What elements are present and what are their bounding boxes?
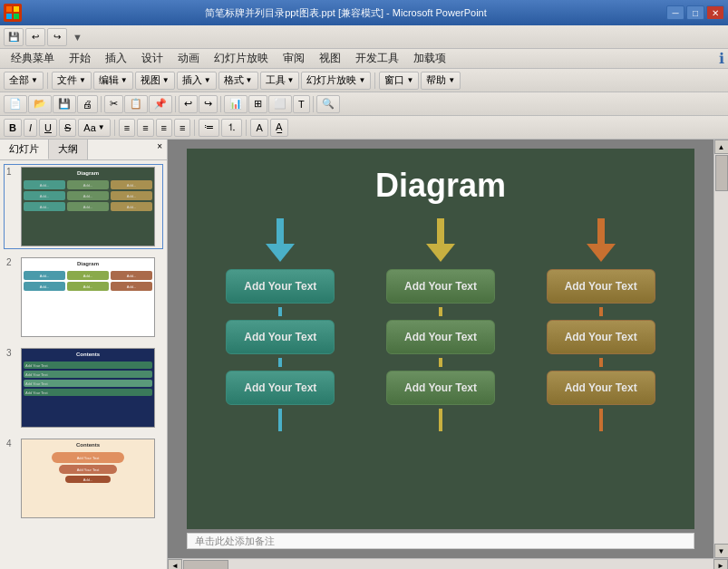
all-dropdown[interactable]: 全部 ▼	[4, 72, 44, 90]
slide-thumb-2[interactable]: 2 Diagram Add... Add... Add... Add... Ad…	[4, 255, 163, 340]
slideshow-dropdown[interactable]: 幻灯片放映 ▼	[301, 72, 371, 90]
connector-orange-1	[599, 307, 603, 316]
slides-panel: 幻灯片 大纲 × 1 Diagram Add... Add... Add... …	[0, 140, 168, 569]
connector-orange-2	[599, 358, 603, 367]
maximize-button[interactable]: □	[686, 5, 704, 20]
box-3-1[interactable]: Add Your Text	[547, 269, 655, 304]
app-icon	[4, 4, 22, 22]
italic-button[interactable]: I	[24, 119, 37, 137]
chart-button[interactable]: 📊	[224, 95, 248, 113]
box-1-2[interactable]: Add Your Text	[226, 320, 335, 354]
slide-num-4: 4	[6, 439, 17, 518]
menu-insert[interactable]: 插入	[98, 49, 134, 68]
scroll-up-button[interactable]: ▲	[714, 140, 729, 154]
tab-outline[interactable]: 大纲	[49, 140, 88, 159]
title-bar: 简笔标牌并列目录ppt图表.ppt [兼容模式] - Microsoft Pow…	[0, 0, 728, 25]
redo-qat-button[interactable]: ↪	[47, 28, 67, 46]
copy-button[interactable]: 📋	[124, 95, 148, 113]
menu-view[interactable]: 视图	[312, 49, 348, 68]
canvas-area: Diagram Add Your Text	[168, 140, 713, 558]
horizontal-scrollbar[interactable]: ◄ ►	[168, 558, 728, 569]
format-dropdown[interactable]: 格式 ▼	[218, 72, 258, 90]
align-justify-button[interactable]: ≡	[174, 119, 190, 137]
help-dropdown[interactable]: 帮助 ▼	[421, 72, 461, 90]
font-size-dropdown[interactable]: Aa ▼	[78, 119, 110, 137]
undo-button[interactable]: ↩	[179, 95, 198, 113]
underline-button[interactable]: U	[39, 119, 57, 137]
scroll-track[interactable]	[714, 154, 729, 544]
connector-blue-3	[278, 409, 282, 431]
formatting-toolbar: B I U S Aa ▼ ≡ ≡ ≡ ≡ ≔ ⒈ A A̲	[0, 116, 728, 140]
undo-qat-button[interactable]: ↩	[25, 28, 45, 46]
align-right-button[interactable]: ≡	[156, 119, 172, 137]
menu-review[interactable]: 审阅	[276, 49, 312, 68]
shapes-button[interactable]: ⬜	[268, 95, 292, 113]
window-controls[interactable]: ─ □ ✕	[666, 5, 724, 20]
box-1-1[interactable]: Add Your Text	[226, 269, 335, 304]
connector-yellow-3	[439, 409, 442, 431]
panel-close-button[interactable]: ×	[152, 140, 167, 159]
scroll-down-button[interactable]: ▼	[714, 544, 729, 558]
box-3-2[interactable]: Add Your Text	[547, 320, 655, 354]
box-3-3[interactable]: Add Your Text	[547, 371, 655, 405]
vertical-scrollbar[interactable]: ▲ ▼	[713, 140, 728, 558]
view-dropdown[interactable]: 视图 ▼	[135, 72, 175, 90]
menu-addins[interactable]: 加载项	[406, 49, 453, 68]
bullet-button[interactable]: ≔	[199, 119, 219, 137]
canvas-scroll-area: Diagram Add Your Text	[168, 140, 728, 558]
box-2-2[interactable]: Add Your Text	[386, 320, 495, 354]
menu-bar: 经典菜单 开始 插入 设计 动画 幻灯片放映 审阅 视图 开发工具 加载项 ℹ	[0, 49, 728, 69]
tab-slides[interactable]: 幻灯片	[0, 140, 49, 159]
save-button[interactable]: 💾	[53, 95, 76, 113]
scroll-thumb[interactable]	[715, 155, 728, 191]
cut-button[interactable]: ✂	[104, 95, 123, 113]
menu-slideshow[interactable]: 幻灯片放映	[207, 49, 276, 68]
tools-dropdown[interactable]: 工具 ▼	[260, 72, 300, 90]
box-2-1[interactable]: Add Your Text	[386, 269, 495, 304]
diagram-col-2: Add Your Text Add Your Text Add Your Tex…	[386, 218, 495, 431]
menu-animation[interactable]: 动画	[170, 49, 207, 68]
svg-rect-2	[6, 14, 12, 19]
close-button[interactable]: ✕	[706, 5, 724, 20]
new-button[interactable]: 📄	[4, 95, 27, 113]
window-dropdown[interactable]: 窗口 ▼	[379, 72, 419, 90]
numbering-button[interactable]: ⒈	[221, 119, 242, 137]
table-button[interactable]: ⊞	[248, 95, 267, 113]
insert-dropdown[interactable]: 插入 ▼	[177, 72, 217, 90]
slide-canvas[interactable]: Diagram Add Your Text	[187, 149, 694, 529]
slide-num-2: 2	[6, 257, 17, 337]
scroll-left-button[interactable]: ◄	[168, 559, 182, 570]
scroll-right-button[interactable]: ►	[713, 559, 728, 570]
highlight-button[interactable]: A̲	[270, 119, 288, 137]
open-button[interactable]: 📂	[28, 95, 52, 113]
paste-button[interactable]: 📌	[149, 95, 172, 113]
box-2-3[interactable]: Add Your Text	[386, 371, 495, 405]
file-dropdown[interactable]: 文件 ▼	[52, 72, 92, 90]
menu-home[interactable]: 开始	[62, 49, 98, 68]
menu-developer[interactable]: 开发工具	[348, 49, 406, 68]
print-button[interactable]: 🖨	[77, 95, 98, 113]
menu-design[interactable]: 设计	[134, 49, 170, 68]
notes-area[interactable]: 单击此处添加备注	[187, 533, 694, 549]
save-qat-button[interactable]: 💾	[4, 28, 24, 46]
menu-classic[interactable]: 经典菜单	[4, 49, 62, 68]
align-center-button[interactable]: ≡	[137, 119, 153, 137]
font-color-button[interactable]: A	[250, 119, 267, 137]
redo-button[interactable]: ↪	[199, 95, 218, 113]
zoom-out-button[interactable]: 🔍	[316, 95, 340, 113]
slide-title: Diagram	[187, 149, 694, 214]
minimize-button[interactable]: ─	[666, 5, 684, 20]
slide-preview-3: Contents Add Your Text Add Your Text Add…	[21, 348, 155, 428]
slide-thumb-4[interactable]: 4 Contents Add Your Text Add Your Text A…	[4, 436, 163, 521]
strikethrough-button[interactable]: S	[59, 119, 76, 137]
box-1-3[interactable]: Add Your Text	[226, 371, 335, 405]
textbox-button[interactable]: T	[293, 95, 310, 113]
help-icon[interactable]: ℹ	[719, 50, 724, 67]
align-left-button[interactable]: ≡	[119, 119, 135, 137]
slide-thumb-3[interactable]: 3 Contents Add Your Text Add Your Text A…	[4, 345, 163, 430]
bold-button[interactable]: B	[4, 119, 22, 137]
hscroll-thumb[interactable]	[183, 560, 228, 570]
edit-dropdown[interactable]: 编辑 ▼	[93, 72, 133, 90]
slide-thumb-1[interactable]: 1 Diagram Add... Add... Add... Add... Ad…	[4, 164, 163, 249]
hscroll-track[interactable]	[182, 559, 713, 570]
